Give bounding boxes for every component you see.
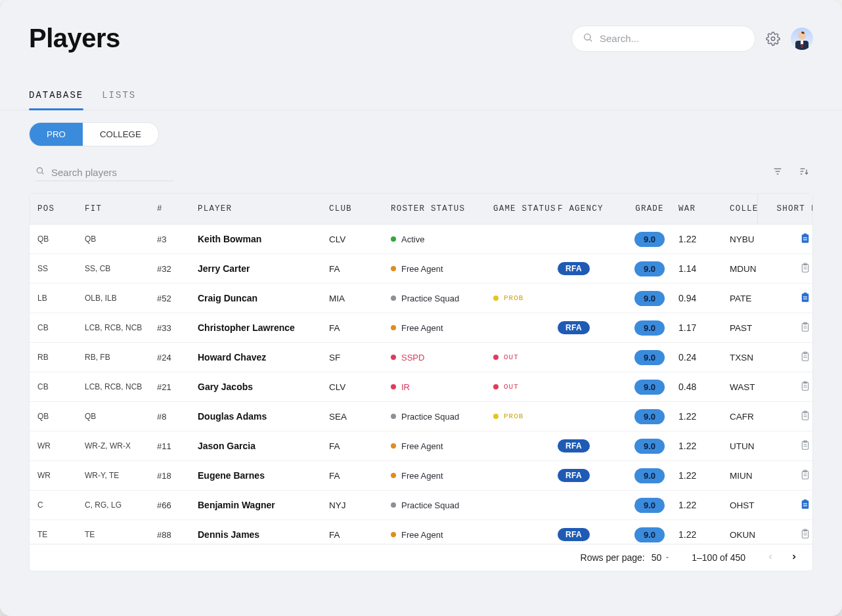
rows-per-page-label: Rows per page: — [581, 552, 645, 563]
col-shortlist[interactable]: SHORT LIST — [774, 204, 813, 213]
status-dot-icon — [493, 384, 499, 389]
sort-icon[interactable] — [799, 166, 809, 179]
shortlist-toggle[interactable] — [774, 320, 812, 336]
cell-fit: RB, FB — [85, 353, 157, 362]
cell-player[interactable]: Keith Bowman — [198, 234, 329, 244]
cell-num: #32 — [157, 264, 198, 274]
cell-player[interactable]: Jason Garcia — [198, 441, 329, 451]
shortlist-toggle[interactable] — [774, 468, 812, 483]
svg-rect-38 — [803, 387, 807, 387]
rows-per-page-select[interactable]: 50 — [652, 552, 671, 563]
tab-database[interactable]: DATABASE — [29, 90, 83, 110]
local-search-input[interactable] — [51, 167, 176, 178]
table-row[interactable]: LB OLB, ILB #52 Craig Duncan MIA Practic… — [30, 284, 812, 313]
gear-icon[interactable] — [766, 32, 780, 46]
col-war[interactable]: WAR — [678, 204, 730, 213]
table-row[interactable]: QB QB #8 Douglas Adams SEA Practice Squa… — [30, 402, 812, 431]
cell-war: 1.22 — [678, 234, 730, 244]
local-search[interactable] — [35, 164, 173, 181]
avatar[interactable] — [791, 28, 813, 50]
cell-grade: 9.0 — [621, 380, 678, 395]
shortlist-toggle[interactable] — [774, 350, 812, 365]
svg-rect-41 — [803, 414, 807, 415]
col-grade[interactable]: GRADE — [621, 204, 678, 213]
cell-college: PAST — [730, 323, 774, 333]
col-college[interactable]: COLLE — [730, 204, 774, 213]
col-num[interactable]: # — [157, 204, 198, 213]
rows-per-page: Rows per page: 50 — [581, 552, 671, 563]
table-row[interactable]: RB RB, FB #24 Howard Chavez SF SSPD OUT … — [30, 343, 812, 372]
table-row[interactable]: CB LCB, RCB, NCB #21 Gary Jacobs CLV IR … — [30, 372, 812, 402]
col-roster[interactable]: ROSTER STATUS — [391, 204, 493, 213]
global-search-input[interactable] — [600, 33, 744, 44]
cell-player[interactable]: Benjamin Wagner — [198, 500, 329, 510]
cell-grade: 9.0 — [621, 498, 678, 513]
pager-next[interactable] — [790, 552, 798, 563]
shortlist-toggle[interactable] — [774, 527, 812, 542]
shortlist-toggle[interactable] — [774, 439, 812, 454]
cell-player[interactable]: Eugene Barnes — [198, 470, 329, 481]
grade-badge: 9.0 — [634, 527, 665, 542]
cell-war: 1.22 — [678, 441, 730, 451]
cell-grade: 9.0 — [621, 439, 678, 454]
cell-player[interactable]: Douglas Adams — [198, 411, 329, 422]
cell-roster: Free Agent — [391, 530, 493, 540]
col-fit[interactable]: FIT — [85, 204, 157, 213]
game-status-label: OUT — [504, 353, 519, 361]
roster-status-label: Practice Squad — [401, 500, 459, 510]
shortlist-toggle[interactable] — [774, 291, 812, 306]
players-table: POS FIT # PLAYER CLUB ROSTER STATUS GAME… — [29, 193, 813, 571]
cell-college: PATE — [730, 294, 774, 303]
global-search[interactable] — [571, 26, 755, 52]
cell-player[interactable]: Dennis James — [198, 529, 329, 540]
cell-player[interactable]: Craig Duncan — [198, 293, 329, 303]
shortlist-toggle[interactable] — [774, 261, 812, 276]
table-header: POS FIT # PLAYER CLUB ROSTER STATUS GAME… — [30, 194, 812, 225]
cell-club: NYJ — [329, 500, 391, 510]
filter-icon[interactable] — [772, 166, 783, 179]
shortlist-toggle[interactable] — [774, 380, 812, 395]
tab-lists[interactable]: LISTS — [102, 90, 136, 110]
cell-player[interactable]: Christopher Lawrence — [198, 322, 329, 333]
roster-status-label: Practice Squad — [401, 294, 459, 303]
svg-rect-33 — [803, 355, 807, 356]
cell-game: PROB — [493, 412, 558, 420]
table-row[interactable]: WR WR-Z, WR-X #11 Jason Garcia FA Free A… — [30, 431, 812, 461]
agency-badge: RFA — [558, 321, 590, 334]
cell-game: OUT — [493, 383, 558, 391]
cell-player[interactable]: Jerry Carter — [198, 263, 329, 274]
clipboard-icon — [799, 468, 811, 483]
table-row[interactable]: SS SS, CB #32 Jerry Carter FA Free Agent… — [30, 254, 812, 284]
table-row[interactable]: QB QB #3 Keith Bowman CLV Active 9.0 1.2… — [30, 225, 812, 254]
rows-per-page-value: 50 — [652, 552, 662, 563]
svg-rect-49 — [803, 473, 807, 474]
table-row[interactable]: CB LCB, RCB, NCB #33 Christopher Lawrenc… — [30, 313, 812, 343]
table-row[interactable]: WR WR-Y, TE #18 Eugene Barnes FA Free Ag… — [30, 461, 812, 491]
cell-pos: CB — [37, 382, 85, 391]
segment-college[interactable]: COLLEGE — [83, 123, 158, 146]
game-status-label: OUT — [504, 383, 519, 391]
svg-rect-19 — [802, 264, 808, 272]
game-status-label: PROB — [504, 294, 523, 302]
shortlist-toggle[interactable] — [774, 409, 812, 424]
col-pos[interactable]: POS — [37, 204, 85, 213]
cell-club: FA — [329, 530, 391, 540]
col-player[interactable]: PLAYER — [198, 204, 329, 213]
col-club[interactable]: CLUB — [329, 204, 391, 213]
cell-fit: WR-Y, TE — [85, 471, 157, 480]
agency-badge: RFA — [558, 262, 590, 275]
cell-pos: TE — [37, 530, 85, 539]
table-row[interactable]: C C, RG, LG #66 Benjamin Wagner NYJ Prac… — [30, 491, 812, 520]
cell-game: PROB — [493, 294, 558, 302]
col-agency[interactable]: F AGENCY — [558, 204, 621, 213]
cell-roster: Free Agent — [391, 264, 493, 274]
cell-num: #88 — [157, 530, 198, 540]
cell-player[interactable]: Gary Jacobs — [198, 382, 329, 392]
segment-pro[interactable]: PRO — [30, 123, 83, 146]
pager-prev[interactable] — [766, 552, 774, 563]
cell-player[interactable]: Howard Chavez — [198, 352, 329, 363]
shortlist-toggle[interactable] — [774, 232, 812, 247]
shortlist-toggle[interactable] — [774, 498, 812, 513]
col-game[interactable]: GAME STATUS — [493, 204, 558, 213]
grade-badge: 9.0 — [634, 380, 665, 395]
